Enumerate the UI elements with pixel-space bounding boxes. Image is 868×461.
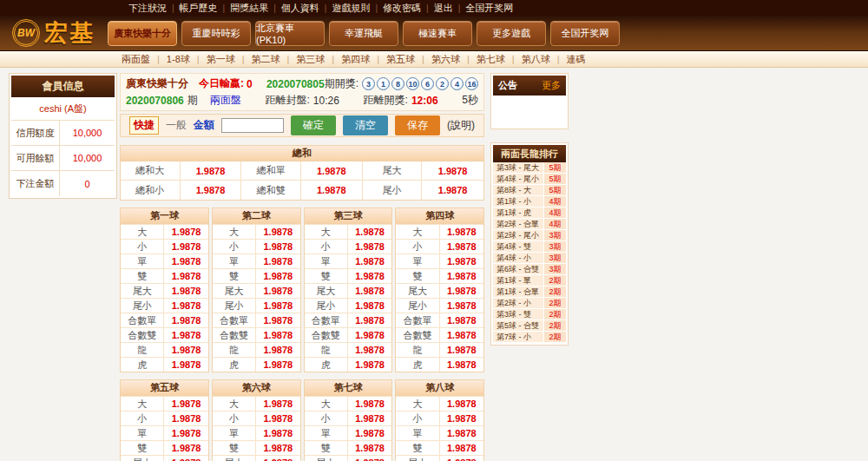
confirm-button[interactable]: 確定 <box>291 115 336 135</box>
bet-type-tab[interactable]: 第三球 <box>289 53 332 66</box>
bet-option-odds[interactable]: 1.9878 <box>164 254 207 268</box>
bet-option-odds[interactable]: 1.9878 <box>256 456 299 461</box>
topbar-link[interactable]: 開獎結果 <box>225 2 273 15</box>
bet-option-odds[interactable]: 1.9878 <box>348 426 391 440</box>
bet-option-odds[interactable]: 1.9878 <box>440 441 483 455</box>
bet-option-odds[interactable]: 1.9878 <box>440 456 483 461</box>
bet-option-odds[interactable]: 1.9878 <box>348 358 391 372</box>
bet-option-odds[interactable]: 1.9878 <box>348 412 391 425</box>
bet-option-odds[interactable]: 1.9878 <box>348 299 391 313</box>
bet-option-odds[interactable]: 1.9878 <box>348 441 391 455</box>
bet-option-odds[interactable]: 1.9878 <box>348 456 391 461</box>
bet-option-odds[interactable]: 1.9878 <box>440 328 483 342</box>
bet-option-odds[interactable]: 1.9878 <box>164 426 207 440</box>
bet-option-odds[interactable]: 1.9878 <box>164 225 207 239</box>
bet-option-odds[interactable]: 1.9878 <box>256 225 299 239</box>
normal-mode-toggle[interactable]: 一般 <box>166 118 187 133</box>
bet-option-odds[interactable]: 1.9878 <box>256 328 299 342</box>
bet-option-odds[interactable]: 1.9878 <box>301 161 363 180</box>
bet-option-odds[interactable]: 1.9878 <box>348 313 391 327</box>
bet-option-odds[interactable]: 1.9878 <box>256 426 299 440</box>
bet-option-odds[interactable]: 1.9878 <box>348 284 391 298</box>
bet-option-odds[interactable]: 1.9878 <box>256 397 299 411</box>
bet-option-odds[interactable]: 1.9878 <box>348 225 391 239</box>
announcement-more-link[interactable]: 更多 <box>542 79 561 92</box>
topbar-link[interactable]: 個人資料 <box>276 2 325 15</box>
bet-option-odds[interactable]: 1.9878 <box>440 254 483 268</box>
topbar-link[interactable]: 遊戲規則 <box>326 2 375 15</box>
bet-option-odds[interactable]: 1.9878 <box>440 225 483 239</box>
bet-option-odds[interactable]: 1.9878 <box>301 181 363 200</box>
bet-option-odds[interactable]: 1.9878 <box>164 299 207 313</box>
bet-option-odds[interactable]: 1.9878 <box>256 343 299 357</box>
bet-option-odds[interactable]: 1.9878 <box>440 313 483 327</box>
bet-type-tab[interactable]: 第四球 <box>334 53 377 66</box>
game-nav-button[interactable]: 幸運飛艇 <box>329 21 398 46</box>
bet-option-odds[interactable]: 1.9878 <box>440 269 483 283</box>
topbar-link[interactable]: 下注狀況 <box>123 2 172 15</box>
bet-option-odds[interactable]: 1.9878 <box>440 299 483 313</box>
bet-type-tab[interactable]: 第一球 <box>200 53 242 66</box>
bet-option-odds[interactable]: 1.9878 <box>256 412 299 425</box>
bet-option-odds[interactable]: 1.9878 <box>440 240 483 254</box>
topbar-link[interactable]: 全国开奖网 <box>460 2 518 15</box>
quick-mode-toggle[interactable]: 快捷 <box>129 116 159 135</box>
bet-type-tab[interactable]: 兩面盤 <box>115 53 157 66</box>
game-nav-button[interactable]: 廣東快樂十分 <box>108 21 177 46</box>
bet-option-odds[interactable]: 1.9878 <box>164 358 207 372</box>
bet-option-odds[interactable]: 1.9878 <box>256 254 299 268</box>
bet-option-odds[interactable]: 1.9878 <box>440 426 483 440</box>
bet-option-odds[interactable]: 1.9878 <box>256 441 299 455</box>
bet-type-tab[interactable]: 第二球 <box>244 53 286 66</box>
bet-type-tab[interactable]: 第六球 <box>424 53 467 66</box>
bet-option-odds[interactable]: 1.9878 <box>256 299 299 313</box>
bet-option-odds[interactable]: 1.9878 <box>422 161 483 180</box>
game-nav-button[interactable]: 全国开奖网 <box>550 21 620 46</box>
bet-option-odds[interactable]: 1.9878 <box>181 181 242 200</box>
bet-type-tab[interactable]: 第八球 <box>515 53 557 66</box>
bet-type-tab[interactable]: 第七球 <box>470 53 512 66</box>
clear-button[interactable]: 清空 <box>343 115 388 135</box>
bet-option-odds[interactable]: 1.9878 <box>256 358 299 372</box>
bet-option-odds[interactable]: 1.9878 <box>440 397 483 411</box>
bet-option-odds[interactable]: 1.9878 <box>348 269 391 283</box>
bet-option-odds[interactable]: 1.9878 <box>256 269 299 283</box>
game-nav-button[interactable]: 極速賽車 <box>403 21 472 46</box>
bet-option-odds[interactable]: 1.9878 <box>256 313 299 327</box>
bet-option-odds[interactable]: 1.9878 <box>422 181 483 200</box>
topbar-link[interactable]: 修改密碼 <box>378 2 426 15</box>
bet-option-odds[interactable]: 1.9878 <box>348 397 391 411</box>
bet-type-tab[interactable]: 連碼 <box>560 53 593 66</box>
amount-input[interactable] <box>221 118 284 133</box>
bet-option-odds[interactable]: 1.9878 <box>440 343 483 357</box>
bet-option-odds[interactable]: 1.9878 <box>164 240 207 254</box>
bet-option-odds[interactable]: 1.9878 <box>164 397 207 411</box>
bet-option-odds[interactable]: 1.9878 <box>256 284 299 298</box>
bet-option-odds[interactable]: 1.9878 <box>164 284 207 298</box>
bet-option-odds[interactable]: 1.9878 <box>348 328 391 342</box>
bet-option-odds[interactable]: 1.9878 <box>348 343 391 357</box>
bet-option-odds[interactable]: 1.9878 <box>164 269 207 283</box>
bet-option-odds[interactable]: 1.9878 <box>256 240 299 254</box>
bet-option-odds[interactable]: 1.9878 <box>440 284 483 298</box>
bet-type-tab[interactable]: 1-8球 <box>160 53 197 66</box>
game-nav-button[interactable]: 重慶時時彩 <box>181 21 251 46</box>
bet-option-odds[interactable]: 1.9878 <box>348 240 391 254</box>
topbar-link[interactable]: 退出 <box>429 2 458 15</box>
bet-type-tab[interactable]: 第五球 <box>379 53 422 66</box>
save-button[interactable]: 保存 <box>395 115 440 135</box>
topbar-link[interactable]: 帳戶歷史 <box>174 2 223 15</box>
bet-option-odds[interactable]: 1.9878 <box>164 343 207 357</box>
bet-option-odds[interactable]: 1.9878 <box>164 456 207 461</box>
game-nav-button[interactable]: 更多遊戲 <box>477 21 546 46</box>
game-nav-button[interactable]: 北京賽車(PK10) <box>255 21 325 46</box>
bet-option-odds[interactable]: 1.9878 <box>348 254 391 268</box>
bet-option-odds[interactable]: 1.9878 <box>164 441 207 455</box>
bet-option-odds[interactable]: 1.9878 <box>440 412 483 425</box>
bet-option-odds[interactable]: 1.9878 <box>164 328 207 342</box>
bet-option-odds[interactable]: 1.9878 <box>181 161 242 180</box>
bet-option-odds[interactable]: 1.9878 <box>164 412 207 425</box>
bet-option-odds[interactable]: 1.9878 <box>164 313 207 327</box>
bet-option-odds[interactable]: 1.9878 <box>440 358 483 372</box>
help-link[interactable]: (說明) <box>447 118 475 133</box>
